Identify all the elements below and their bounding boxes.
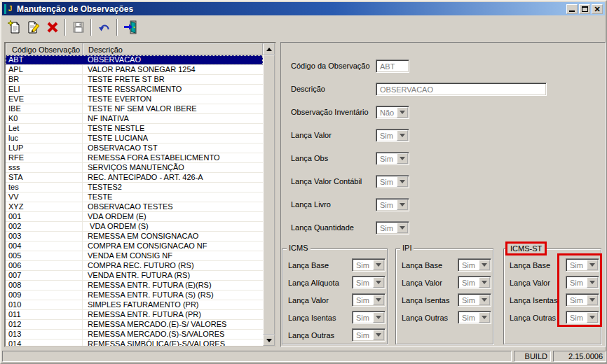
cell-codigo: K0: [6, 114, 83, 123]
dropdown-value: Sim: [356, 279, 369, 287]
text-input[interactable]: ABT: [376, 59, 409, 73]
table-row[interactable]: XYZOBSERVACAO TESTES: [6, 202, 263, 212]
cell-descricao: OBSERVACAO TESTES: [83, 202, 263, 211]
dropdown[interactable]: Sim: [458, 276, 491, 289]
group-field-row: Lança OutrasSim: [288, 328, 386, 342]
dropdown-arrow-button[interactable]: [373, 295, 384, 305]
cell-codigo: STA: [6, 173, 83, 182]
exit-button[interactable]: [121, 18, 139, 36]
table-row[interactable]: 006COMPRA REC. FUTURO (RS): [6, 261, 263, 271]
table-row[interactable]: 005VENDA EM CONSIG NF: [6, 251, 263, 261]
maximize-button[interactable]: [579, 4, 590, 14]
dropdown-arrow-button[interactable]: [397, 130, 408, 141]
dropdown-arrow-button[interactable]: [587, 312, 598, 323]
table-row[interactable]: 011REMESSA ENTR. FUTURA (PR): [6, 310, 263, 320]
cell-codigo: RFE: [6, 153, 83, 162]
dropdown[interactable]: Sim: [352, 276, 386, 289]
dropdown[interactable]: Sim: [376, 175, 409, 188]
dropdown[interactable]: Sim: [376, 129, 409, 142]
dropdown[interactable]: Sim: [376, 221, 409, 234]
dropdown[interactable]: Sim: [458, 293, 491, 307]
dropdown-arrow-button[interactable]: [587, 277, 598, 288]
table-row[interactable]: 003REMESSA EM CONSIGNACAO: [6, 232, 263, 241]
dropdown-arrow-button[interactable]: [373, 260, 384, 270]
table-row[interactable]: lucTESTE LUCIANA: [6, 134, 263, 144]
dropdown-arrow-button[interactable]: [479, 295, 490, 305]
table-row[interactable]: LUPOBSERVACAO TST: [6, 144, 263, 153]
table-row[interactable]: 013REMESSA MERCADO.(S)-S/VALORES: [6, 330, 263, 340]
cell-codigo: 011: [6, 310, 83, 319]
table-row[interactable]: STAREC. ANTECIPADO - ART. 426-A: [6, 173, 263, 183]
dropdown[interactable]: Sim: [352, 328, 386, 342]
dropdown-arrow-button[interactable]: [397, 200, 408, 210]
save-button[interactable]: [69, 18, 88, 36]
scroll-up-button[interactable]: [263, 43, 275, 55]
field-label: Lança Valor: [510, 279, 566, 287]
table-row[interactable]: 008REMESSA ENTR. FUTURA (E)(RS): [6, 281, 263, 290]
table-row[interactable]: 009REMESSA ENTR. FUTURA (S) (RS): [6, 290, 263, 300]
dropdown[interactable]: Sim: [458, 258, 491, 272]
dropdown-value: Sim: [570, 261, 583, 270]
table-row[interactable]: VVTESTE: [6, 192, 263, 202]
dropdown-arrow-button[interactable]: [397, 153, 408, 164]
dropdown[interactable]: Sim: [566, 258, 599, 272]
table-row[interactable]: APLVALOR PARA SONEGAR 1254: [6, 65, 263, 75]
table-row[interactable]: RFEREMESSA FORA ESTABELICMENTO: [6, 153, 263, 163]
undo-button[interactable]: [95, 18, 114, 36]
close-button[interactable]: ✕: [592, 4, 603, 14]
dropdown[interactable]: Sim: [376, 198, 409, 211]
column-header-codigo[interactable]: Código Observação: [6, 43, 83, 55]
dropdown[interactable]: Sim: [352, 293, 386, 307]
table-row[interactable]: IBETESTE NF SEM VALOR IBERE: [6, 104, 263, 114]
dropdown-arrow-button[interactable]: [479, 260, 490, 270]
dropdown[interactable]: Sim: [458, 311, 491, 324]
vertical-scrollbar[interactable]: [263, 43, 275, 346]
table-row[interactable]: ABTOBSERVACAO: [6, 55, 263, 65]
table-row[interactable]: 002 VDA ORDEM (S): [6, 222, 263, 232]
table-row[interactable]: 014REMESSA SIMBÓLICA(E)-S/VALORES: [6, 340, 263, 346]
dropdown[interactable]: Sim: [566, 311, 599, 324]
table-row[interactable]: EVETESTE EVERTON: [6, 94, 263, 104]
table-row[interactable]: K0NF INATIVA: [6, 114, 263, 124]
table-row[interactable]: BRTESTE FRETE ST BR: [6, 75, 263, 85]
chevron-down-icon: [482, 316, 487, 322]
edit-button[interactable]: [24, 18, 43, 36]
scroll-down-button[interactable]: [263, 335, 275, 346]
dropdown[interactable]: Sim: [352, 258, 386, 272]
dropdown[interactable]: Sim: [376, 152, 409, 165]
minimize-button[interactable]: [566, 4, 578, 14]
column-header-descricao[interactable]: Descrição: [83, 43, 263, 55]
table-row[interactable]: tesTESTES2: [6, 183, 263, 192]
table-row[interactable]: 007VENDA ENTR. FUTURA (RS): [6, 271, 263, 281]
dropdown-arrow-button[interactable]: [397, 107, 408, 118]
dropdown-arrow-button[interactable]: [373, 312, 384, 323]
dropdown-arrow-button[interactable]: [587, 260, 598, 270]
cell-codigo: luc: [6, 134, 83, 143]
dropdown-arrow-button[interactable]: [397, 176, 408, 187]
dropdown-arrow-button[interactable]: [373, 330, 384, 340]
table-row[interactable]: sssSERVIÇOS MANUTENÇÃO: [6, 163, 263, 173]
table-row[interactable]: ELITESTE RESSARCIMENTO: [6, 85, 263, 94]
table-row[interactable]: LetTESTE NESTLE: [6, 124, 263, 134]
scrollbar-thumb[interactable]: [263, 55, 275, 335]
text-input[interactable]: OBSERVACAO: [376, 83, 547, 96]
dropdown-arrow-button[interactable]: [479, 277, 490, 288]
dropdown-arrow-button[interactable]: [479, 312, 490, 323]
delete-button[interactable]: [43, 18, 62, 36]
table-row[interactable]: 012REMESSA MERCADO.(E)-S/ VALORES: [6, 320, 263, 330]
table-row[interactable]: 004COMPRA EM CONSIGNACAO NF: [6, 241, 263, 251]
dropdown-arrow-button[interactable]: [587, 295, 598, 305]
dropdown-value: Sim: [356, 296, 369, 304]
dropdown-arrow-button[interactable]: [397, 223, 408, 233]
dropdown[interactable]: Sim: [352, 311, 386, 324]
field-label: Lança Valor: [402, 279, 458, 287]
table-row[interactable]: 001VDA ORDEM (E): [6, 212, 263, 222]
dropdown[interactable]: Sim: [566, 293, 599, 307]
toolbar: [2, 16, 605, 38]
dropdown[interactable]: Não: [376, 106, 409, 119]
table-row[interactable]: 010SIMPLES FATURAMENTO (PR): [6, 300, 263, 310]
dropdown[interactable]: Sim: [566, 276, 599, 289]
chevron-down-icon: [400, 203, 405, 209]
new-button[interactable]: [5, 18, 24, 36]
dropdown-arrow-button[interactable]: [373, 277, 384, 288]
